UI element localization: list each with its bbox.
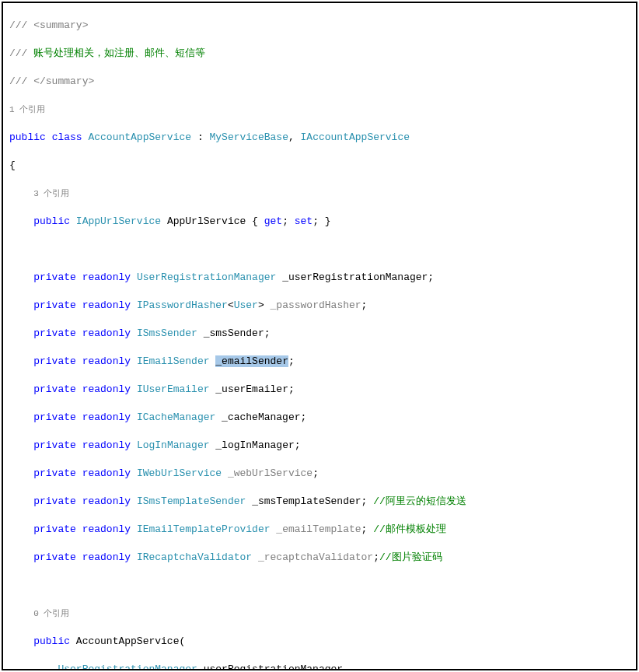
field-name: _cacheManager bbox=[222, 411, 300, 423]
code-editor[interactable]: /// <summary> /// 账号处理相关，如注册、邮件、短信等 /// … bbox=[2, 2, 637, 670]
param-name: userRegistrationManager bbox=[204, 663, 343, 670]
xml-doc-text: 账号处理相关，如注册、邮件、短信等 bbox=[33, 47, 205, 59]
field-type: ISmsTemplateSender bbox=[137, 495, 246, 507]
kw-readonly: readonly bbox=[82, 439, 131, 451]
codelens-ctor[interactable]: 0 个引用 bbox=[33, 609, 69, 618]
generic-type: User bbox=[234, 299, 258, 311]
codelens-class[interactable]: 1 个引用 bbox=[9, 105, 45, 114]
kw-private: private bbox=[33, 495, 76, 507]
kw-readonly: readonly bbox=[82, 383, 131, 395]
kw-readonly: readonly bbox=[82, 271, 131, 283]
xml-doc-tag: <summary> bbox=[33, 19, 88, 31]
kw-set: set bbox=[295, 215, 313, 227]
kw-public: public bbox=[33, 635, 70, 647]
comment: //邮件模板处理 bbox=[373, 523, 446, 535]
kw-class: class bbox=[52, 131, 82, 143]
kw-get: get bbox=[264, 215, 282, 227]
field-name: _emailTemplate bbox=[276, 523, 361, 535]
kw-private: private bbox=[33, 411, 76, 423]
ctor-name: AccountAppService bbox=[76, 635, 180, 647]
selected-text: _emailSender bbox=[215, 355, 288, 367]
kw-readonly: readonly bbox=[82, 523, 131, 535]
kw-public: public bbox=[9, 131, 46, 143]
field-type: UserRegistrationManager bbox=[137, 271, 276, 283]
kw-private: private bbox=[33, 467, 76, 479]
field-name: _recaptchaValidator bbox=[258, 551, 373, 563]
kw-readonly: readonly bbox=[82, 355, 131, 367]
kw-readonly: readonly bbox=[82, 495, 131, 507]
field-name: _userEmailer bbox=[215, 383, 288, 395]
xml-doc-tag: </summary> bbox=[33, 75, 94, 87]
field-name: _userRegistrationManager bbox=[282, 271, 428, 283]
xml-doc-slash: /// bbox=[9, 75, 33, 87]
base-type: MyServiceBase bbox=[210, 131, 288, 143]
field-type: IPasswordHasher bbox=[137, 299, 228, 311]
kw-private: private bbox=[33, 383, 76, 395]
kw-readonly: readonly bbox=[82, 467, 131, 479]
field-name: _smsSender bbox=[204, 327, 264, 339]
field-type: IRecaptchaValidator bbox=[137, 551, 252, 563]
codelens-prop[interactable]: 3 个引用 bbox=[33, 189, 69, 198]
prop-name: AppUrlService bbox=[167, 215, 246, 227]
comment: //图片验证码 bbox=[379, 551, 442, 563]
kw-private: private bbox=[33, 299, 76, 311]
kw-public: public bbox=[33, 215, 70, 227]
kw-readonly: readonly bbox=[82, 327, 131, 339]
base-type: IAccountAppService bbox=[301, 131, 410, 143]
field-type: IEmailSender bbox=[137, 355, 210, 367]
kw-private: private bbox=[33, 523, 76, 535]
field-type: IUserEmailer bbox=[137, 383, 210, 395]
kw-readonly: readonly bbox=[82, 411, 131, 423]
field-name: _passwordHasher bbox=[271, 299, 361, 311]
kw-private: private bbox=[33, 327, 76, 339]
prop-type: IAppUrlService bbox=[76, 215, 161, 227]
field-type: LogInManager bbox=[137, 439, 210, 451]
kw-readonly: readonly bbox=[82, 299, 131, 311]
param-type: UserRegistrationManager bbox=[58, 663, 197, 670]
kw-private: private bbox=[33, 271, 76, 283]
field-type: IEmailTemplateProvider bbox=[137, 523, 271, 535]
kw-readonly: readonly bbox=[82, 551, 131, 563]
field-type: ICacheManager bbox=[137, 411, 215, 423]
kw-private: private bbox=[33, 551, 76, 563]
xml-doc-slash: /// bbox=[9, 47, 33, 59]
field-name: _logInManager bbox=[215, 439, 294, 451]
field-type: ISmsSender bbox=[137, 327, 197, 339]
kw-private: private bbox=[33, 439, 76, 451]
field-name: _webUrlService bbox=[228, 467, 313, 479]
field-type: IWebUrlService bbox=[137, 467, 222, 479]
comment: //阿里云的短信发送 bbox=[373, 495, 466, 507]
class-name: AccountAppService bbox=[88, 131, 191, 143]
code-content[interactable]: /// <summary> /// 账号处理相关，如注册、邮件、短信等 /// … bbox=[3, 3, 636, 670]
xml-doc-slash: /// bbox=[9, 19, 33, 31]
kw-private: private bbox=[33, 355, 76, 367]
brace-open: { bbox=[9, 159, 16, 171]
field-name: _smsTemplateSender bbox=[252, 495, 361, 507]
